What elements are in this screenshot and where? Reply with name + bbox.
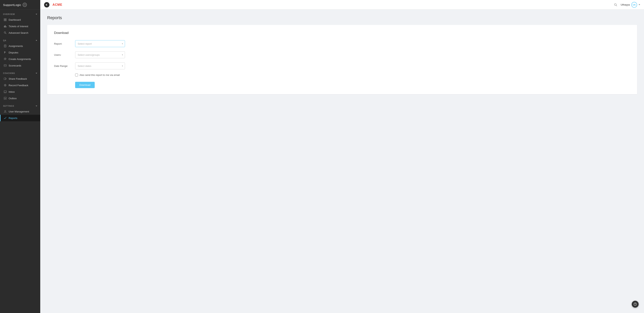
svg-point-24	[4, 110, 6, 112]
download-card: Download Report: Select report ▾ Users: …	[47, 25, 637, 94]
users-select[interactable]: Select users/groups	[75, 51, 125, 58]
users-row: Users: Select users/groups ▾	[54, 51, 630, 58]
section-label-coaching: COACHING	[0, 69, 40, 75]
assignment-icon	[4, 44, 7, 47]
content-area: Reports Download Report: Select report ▾…	[40, 9, 644, 313]
sidebar-item-outbox[interactable]: Outbox	[0, 95, 40, 101]
report-select[interactable]: Select report	[75, 40, 125, 47]
svg-rect-18	[4, 78, 6, 80]
sidebar-item-assignments[interactable]: Assignments	[0, 43, 40, 49]
sidebar-item-label: Advanced Search	[8, 31, 28, 34]
search-button[interactable]	[613, 2, 618, 7]
sidebar-item-label: Create Assignments	[8, 58, 31, 60]
card-title: Download	[54, 31, 630, 35]
sidebar-item-label: Assignments	[8, 45, 23, 47]
svg-rect-2	[4, 18, 5, 19]
sidebar-item-record-feedback[interactable]: Record Feedback	[0, 82, 40, 88]
scorecard-icon	[4, 64, 7, 67]
sidebar-item-label: User Management	[8, 110, 29, 113]
sidebar-item-create-assignments[interactable]: Create Assignments	[0, 56, 40, 62]
outbox-icon	[4, 97, 7, 100]
svg-rect-8	[6, 26, 6, 27]
svg-line-10	[6, 33, 6, 34]
download-button[interactable]: Download	[75, 82, 95, 88]
svg-rect-16	[4, 64, 6, 66]
email-checkbox-label[interactable]: Also send this report to me via email	[80, 73, 120, 76]
reports-icon	[4, 116, 7, 120]
users-label: Users:	[54, 53, 75, 56]
sidebar-item-disputes[interactable]: Disputes	[0, 49, 40, 56]
section-label-settings: SETTINGS	[0, 101, 40, 108]
collapse-sidebar-button[interactable]	[44, 2, 50, 7]
sidebar-item-reports[interactable]: Reports	[0, 115, 40, 121]
svg-rect-11	[4, 45, 6, 47]
sidebar-item-advanced-search[interactable]: Advanced Search	[0, 29, 40, 36]
topbar: ACME Uthayya UK	[40, 0, 644, 9]
sidebar-item-label: Disputes	[8, 51, 18, 54]
sidebar: SupportLogic OVERVIEW Dashboard Tickets …	[0, 0, 40, 313]
svg-text:?: ?	[634, 303, 636, 305]
sidebar-item-label: Share Feedback	[8, 77, 27, 80]
svg-rect-7	[5, 25, 6, 27]
sidebar-item-tickets-of-interest[interactable]: Tickets of Interest	[0, 23, 40, 29]
svg-rect-4	[4, 20, 5, 21]
date-range-select[interactable]: Select dates	[75, 62, 125, 69]
sidebar-item-label: Inbox	[8, 90, 15, 93]
report-label: Report:	[54, 42, 75, 45]
search-icon	[4, 31, 7, 34]
sidebar-item-label: Tickets of Interest	[8, 25, 28, 28]
date-range-row: Date Range: Select dates ▾	[54, 62, 630, 69]
main-area: ACME Uthayya UK Reports Download Report:…	[40, 0, 644, 313]
bar-chart-icon	[4, 25, 7, 28]
chevron-down-icon	[36, 14, 37, 15]
sidebar-logo: SupportLogic	[0, 0, 40, 10]
email-checkbox-row: Also send this report to me via email	[75, 73, 630, 76]
sidebar-item-scorecards[interactable]: Scorecards	[0, 62, 40, 69]
users-select-wrapper: Select users/groups ▾	[75, 51, 125, 58]
inbox-icon	[4, 90, 7, 93]
logo-icon	[22, 3, 27, 7]
record-icon	[4, 84, 7, 87]
sidebar-item-share-feedback[interactable]: Share Feedback	[0, 75, 40, 82]
email-checkbox[interactable]	[75, 73, 78, 76]
user-icon	[4, 110, 7, 113]
flag-icon	[4, 51, 7, 54]
svg-point-9	[4, 32, 6, 33]
svg-rect-6	[4, 26, 4, 27]
brand-label: ACME	[52, 3, 62, 6]
sidebar-item-dashboard[interactable]: Dashboard	[0, 16, 40, 23]
user-name: Uthayya	[620, 3, 630, 6]
page-title: Reports	[47, 15, 637, 20]
sidebar-item-label: Outbox	[8, 97, 17, 100]
user-menu[interactable]: Uthayya UK	[620, 2, 640, 8]
svg-rect-5	[5, 20, 6, 21]
user-avatar: UK	[631, 2, 637, 8]
chevron-down-icon	[36, 106, 37, 106]
sidebar-item-inbox[interactable]: Inbox	[0, 88, 40, 95]
sidebar-item-label: Dashboard	[8, 18, 21, 21]
chevron-down-icon	[36, 40, 37, 41]
help-button[interactable]: ?	[632, 301, 639, 308]
sidebar-item-label: Scorecards	[8, 64, 21, 67]
grid-icon	[4, 18, 7, 21]
section-label-qa: QA	[0, 36, 40, 43]
edit-icon	[4, 57, 7, 60]
report-select-wrapper: Select report ▾	[75, 40, 125, 47]
chevron-down-icon	[36, 73, 37, 74]
sidebar-item-user-management[interactable]: User Management	[0, 108, 40, 115]
app-name: SupportLogic	[3, 3, 21, 6]
share-icon	[4, 77, 7, 80]
date-range-label: Date Range:	[54, 64, 75, 67]
section-label-overview: OVERVIEW	[0, 10, 40, 16]
report-row: Report: Select report ▾	[54, 40, 630, 47]
sidebar-item-label: Reports	[8, 117, 18, 120]
svg-line-26	[616, 5, 617, 6]
user-menu-chevron	[639, 4, 640, 5]
svg-point-20	[5, 85, 6, 86]
sidebar-item-label: Record Feedback	[8, 84, 28, 87]
date-range-select-wrapper: Select dates ▾	[75, 62, 125, 69]
svg-rect-3	[5, 18, 6, 19]
